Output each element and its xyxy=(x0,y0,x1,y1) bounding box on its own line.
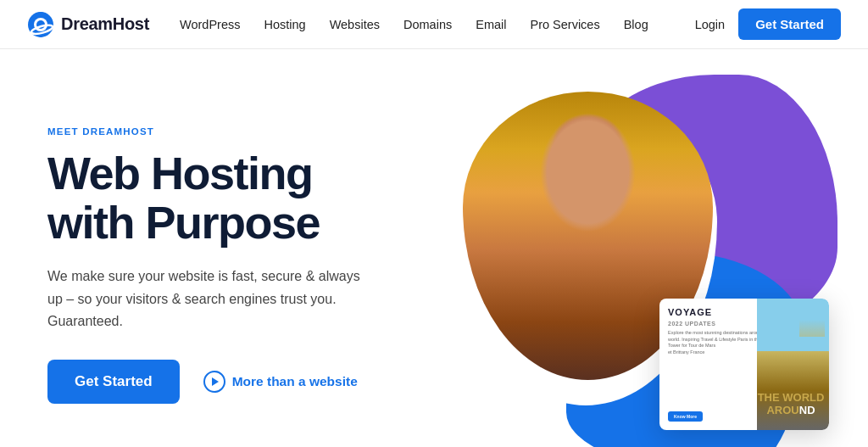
hero-section: MEET DREAMHOST Web Hosting with Purpose … xyxy=(0,49,868,447)
play-circle-icon xyxy=(203,371,225,393)
navbar: DreamHost WordPress Hosting Websites Dom… xyxy=(0,0,868,49)
nav-wordpress[interactable]: WordPress xyxy=(180,18,240,31)
hero-title: Web Hosting with Purpose xyxy=(47,148,437,248)
voyage-overlay-text: THE WORLDAROUND xyxy=(757,392,825,416)
hero-right: VOYAGE 2022 UPDATES Explore the most stu… xyxy=(437,83,821,447)
logo-icon xyxy=(27,11,54,38)
hero-subtitle: We make sure your website is fast, secur… xyxy=(47,265,370,332)
more-than-website-link[interactable]: More than a website xyxy=(203,371,358,393)
hero-left: MEET DREAMHOST Web Hosting with Purpose … xyxy=(47,126,437,405)
login-button[interactable]: Login xyxy=(695,18,725,31)
logo-text: DreamHost xyxy=(61,14,149,34)
voyage-arch xyxy=(799,303,825,337)
hero-actions: Get Started More than a website xyxy=(47,360,437,404)
hero-get-started-button[interactable]: Get Started xyxy=(47,360,180,404)
more-label: More than a website xyxy=(232,374,358,389)
meet-label: MEET DREAMHOST xyxy=(47,126,437,137)
nav-links: WordPress Hosting Websites Domains Email… xyxy=(180,18,695,31)
nav-websites[interactable]: Websites xyxy=(330,18,380,31)
voyage-image: THE WORLDAROUND xyxy=(757,299,829,430)
logo[interactable]: DreamHost xyxy=(27,11,149,38)
nav-get-started-button[interactable]: Get Started xyxy=(738,8,841,40)
nav-blog[interactable]: Blog xyxy=(624,18,648,31)
nav-email[interactable]: Email xyxy=(476,18,506,31)
play-triangle-icon xyxy=(212,377,219,386)
voyage-card: VOYAGE 2022 UPDATES Explore the most stu… xyxy=(659,299,829,430)
hero-title-line1: Web Hosting xyxy=(47,148,312,198)
nav-right: Login Get Started xyxy=(695,8,841,40)
nav-domains[interactable]: Domains xyxy=(403,18,452,31)
nav-pro-services[interactable]: Pro Services xyxy=(530,18,599,31)
nav-hosting[interactable]: Hosting xyxy=(264,18,305,31)
hero-title-line2: with Purpose xyxy=(47,197,320,248)
